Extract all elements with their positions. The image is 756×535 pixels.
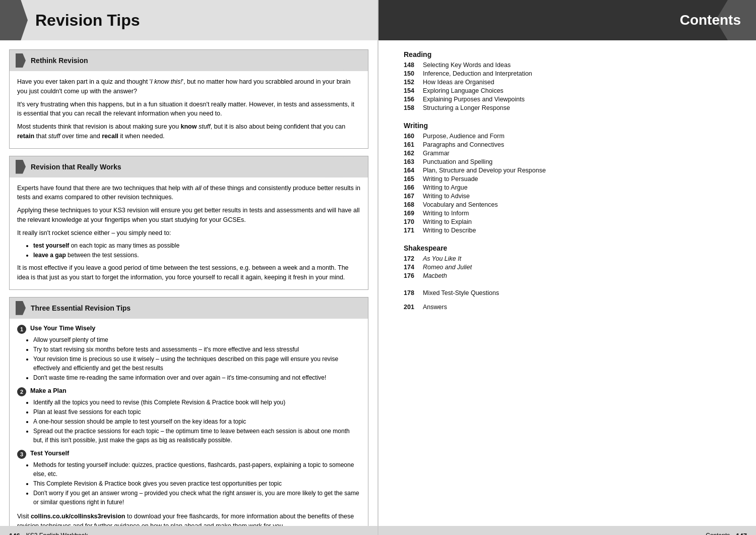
section-three-tips-header: Three Essential Revision Tips (10, 298, 368, 319)
contents-num: 163 (404, 158, 423, 165)
num-item-3-title: Test Yourself (30, 450, 69, 457)
contents-item: 174Romeo and Juliet (404, 264, 741, 271)
contents-num: 167 (404, 193, 423, 200)
contents-num: 161 (404, 141, 423, 148)
contents-num: 158 (404, 104, 423, 111)
contents-text: Selecting Key Words and Ideas (423, 62, 511, 69)
contents-text: Explaining Purposes and Viewpoints (423, 96, 525, 103)
bullet-3-1: Methods for testing yourself include: qu… (33, 460, 360, 479)
num-item-1: 1 Use Your Time Wisely Allow yourself pl… (17, 325, 360, 382)
right-footer-page-num: 147 (736, 532, 747, 535)
contents-item: 176Macbeth (404, 272, 741, 279)
section-really-works: Revision that Really Works Experts have … (9, 156, 368, 290)
contents-num: 166 (404, 184, 423, 191)
contents-text: Purpose, Audience and Form (423, 133, 505, 140)
contents-item: 166Writing to Argue (404, 184, 741, 191)
section-really-works-body: Experts have found that there are two te… (10, 177, 368, 289)
rethink-para-1: Have you ever taken part in a quiz and t… (17, 77, 360, 96)
contents-num: 156 (404, 96, 423, 103)
bullet-3-3: Don't worry if you get an answer wrong –… (33, 489, 360, 507)
contents-text: How Ideas are Organised (423, 79, 494, 86)
num-item-3-header: 3 Test Yourself (17, 450, 360, 459)
contents-item: 169Writing to Inform (404, 210, 741, 217)
section-really-works-header: Revision that Really Works (10, 156, 368, 177)
contents-item: 148Selecting Key Words and Ideas (404, 62, 741, 69)
contents-section-shakespeare: Shakespeare 172As You Like It 174Romeo a… (404, 244, 741, 279)
contents-num: 171 (404, 227, 423, 234)
contents-text: Plan, Structure and Develop your Respons… (423, 167, 546, 174)
contents-section-writing-title: Writing (404, 122, 741, 130)
contents-text: Vocabulary and Sentences (423, 201, 498, 208)
contents-num: 172 (404, 255, 423, 262)
contents-section-answers: 201Answers (404, 304, 741, 311)
contents-text: Writing to Argue (423, 184, 468, 191)
contents-num: 162 (404, 150, 423, 157)
contents-num: 160 (404, 133, 423, 140)
num-item-1-title: Use Your Time Wisely (30, 325, 95, 332)
section-really-works-title: Revision that Really Works (31, 163, 121, 171)
section-arrow-icon (16, 160, 26, 174)
contents-text: Structuring a Longer Response (423, 104, 510, 111)
rw-para-2: Applying these techniques to your KS3 re… (17, 206, 360, 225)
contents-num: 164 (404, 167, 423, 174)
contents-num: 150 (404, 70, 423, 77)
contents-section-reading-title: Reading (404, 50, 741, 58)
num-item-1-header: 1 Use Your Time Wisely (17, 325, 360, 334)
contents-item: 168Vocabulary and Sentences (404, 201, 741, 208)
contents-item: 163Punctuation and Spelling (404, 158, 741, 165)
section-three-tips: Three Essential Revision Tips 1 Use Your… (9, 297, 368, 535)
contents-num: 169 (404, 210, 423, 217)
contents-num: 174 (404, 264, 423, 271)
contents-item: 164Plan, Structure and Develop your Resp… (404, 167, 741, 174)
right-page: Contents Reading 148Selecting Key Words … (379, 0, 756, 535)
bullet-1-3: Your revision time is precious so use it… (33, 354, 360, 373)
rethink-para-2: It's very frustrating when this happens,… (17, 100, 360, 119)
contents-num: 165 (404, 175, 423, 183)
right-header: Contents (379, 0, 756, 40)
section-arrow-icon (16, 301, 26, 315)
contents-text: Answers (423, 304, 447, 311)
contents-text: Writing to Advise (423, 193, 470, 200)
num-item-2-bullets: Identify all the topics you need to revi… (17, 398, 360, 445)
contents-num: 154 (404, 87, 423, 94)
contents-num: 176 (404, 272, 423, 279)
left-page: Revision Tips Rethink Revision Have you … (0, 0, 377, 535)
rethink-para-3: Most students think that revision is abo… (17, 122, 360, 141)
contents-section-mixed: 178Mixed Test-Style Questions (404, 289, 741, 296)
rw-para-4: It is most effective if you leave a good… (17, 263, 360, 282)
contents-text: Mixed Test-Style Questions (423, 289, 499, 296)
contents-text: Romeo and Juliet (423, 264, 472, 271)
contents-item: 178Mixed Test-Style Questions (404, 289, 741, 296)
rw-para-1: Experts have found that there are two te… (17, 184, 360, 203)
contents-text: Exploring Language Choices (423, 87, 503, 94)
contents-item: 152How Ideas are Organised (404, 79, 741, 86)
contents-num: 152 (404, 79, 423, 86)
right-footer-label: Contents (706, 532, 730, 535)
bullet-2-3: A one-hour session should be ample to te… (33, 417, 360, 426)
left-header: Revision Tips (0, 0, 377, 40)
contents-body: Reading 148Selecting Key Words and Ideas… (379, 40, 756, 351)
contents-section-writing: Writing 160Purpose, Audience and Form 16… (404, 122, 741, 234)
num-item-1-bullets: Allow yourself plenty of time Try to sta… (17, 335, 360, 382)
contents-item: 154Exploring Language Choices (404, 87, 741, 94)
left-footer-label: KS3 English Workbook (26, 532, 88, 535)
contents-text: Inference, Deduction and Interpretation (423, 70, 532, 77)
left-header-title: Revision Tips (35, 11, 140, 30)
num-badge-1: 1 (17, 325, 26, 334)
contents-item: 161Paragraphs and Connectives (404, 141, 741, 148)
rw-bullet-2: leave a gap between the test sessions. (33, 251, 360, 260)
num-badge-2: 2 (17, 387, 26, 396)
contents-item: 162Grammar (404, 150, 741, 157)
rw-bullet-list: test yourself on each topic as many time… (17, 241, 360, 260)
section-rethink-body: Have you ever taken part in a quiz and t… (10, 71, 368, 148)
contents-text: As You Like It (423, 255, 461, 262)
contents-item: 167Writing to Advise (404, 193, 741, 200)
contents-num: 170 (404, 218, 423, 225)
bullet-2-4: Spread out the practice sessions for eac… (33, 427, 360, 445)
contents-item: 172As You Like It (404, 255, 741, 262)
contents-text: Writing to Explain (423, 218, 472, 225)
contents-text: Macbeth (423, 272, 447, 279)
num-item-3-bullets: Methods for testing yourself include: qu… (17, 460, 360, 507)
section-rethink-title: Rethink Revision (31, 56, 88, 65)
bullet-2-1: Identify all the topics you need to revi… (33, 398, 360, 407)
